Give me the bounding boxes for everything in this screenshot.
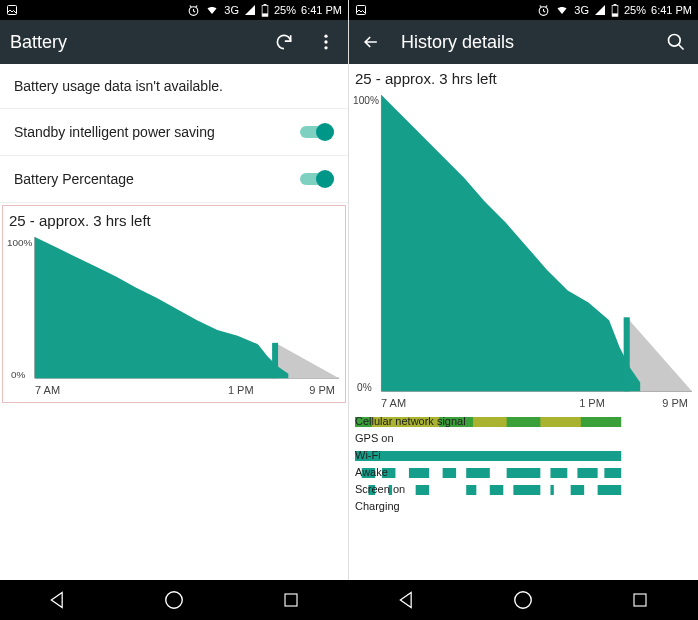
toggle-percentage[interactable] [300, 170, 334, 188]
strip-gps: GPS on [355, 432, 692, 448]
svg-rect-13 [357, 6, 366, 15]
wifi-icon [205, 4, 219, 16]
battery-icon [261, 4, 269, 17]
battery-chart[interactable]: 25 - approx. 3 hrs left 100% 0% 7 AM 1 P… [2, 205, 346, 403]
status-bar: 3G 25% 6:41 PM [349, 0, 698, 20]
svg-rect-48 [285, 594, 297, 606]
strip-label: Awake [355, 466, 388, 478]
toggle-standby[interactable] [300, 123, 334, 141]
svg-text:0%: 0% [357, 382, 372, 393]
row-label: Battery Percentage [14, 171, 300, 187]
svg-rect-31 [409, 468, 429, 478]
svg-point-18 [669, 35, 681, 47]
app-bar: History details [349, 20, 698, 64]
svg-rect-16 [614, 4, 617, 5]
clock: 6:41 PM [651, 4, 692, 16]
content: Battery usage data isn't available. Stan… [0, 64, 348, 580]
back-button[interactable] [359, 30, 383, 54]
overflow-menu-button[interactable] [314, 30, 338, 54]
nav-recents-button[interactable] [276, 585, 306, 615]
image-icon [6, 4, 18, 16]
strip-label: GPS on [355, 432, 394, 444]
screen-battery: 3G 25% 6:41 PM Battery Battery usage dat… [0, 0, 349, 580]
x-axis-ticks: 7 AM 1 PM 9 PM [351, 395, 696, 413]
content: 25 - approx. 3 hrs left 100% 0% 7 AM 1 P… [349, 64, 698, 580]
x-axis-ticks: 7 AM 1 PM 9 PM [5, 382, 343, 400]
svg-text:100%: 100% [7, 237, 33, 248]
strip-awake: Awake [355, 466, 692, 482]
strip-label: Cellular network signal [355, 415, 466, 427]
page-title: Battery [10, 32, 254, 53]
svg-rect-3 [264, 4, 267, 5]
svg-point-5 [324, 35, 327, 38]
svg-rect-27 [540, 417, 580, 427]
x-tick: 1 PM [522, 397, 663, 409]
svg-point-6 [324, 40, 327, 43]
screen-history-details: 3G 25% 6:41 PM History details 25 - appr… [349, 0, 698, 580]
x-tick: 1 PM [172, 384, 309, 396]
svg-rect-35 [550, 468, 567, 478]
nav-recents-button[interactable] [625, 585, 655, 615]
alarm-icon [537, 4, 550, 17]
nav-bar [0, 580, 349, 620]
svg-rect-33 [466, 468, 490, 478]
svg-rect-45 [571, 485, 584, 495]
image-icon [355, 4, 367, 16]
svg-rect-44 [550, 485, 553, 495]
x-tick: 9 PM [662, 397, 688, 409]
refresh-button[interactable] [272, 30, 296, 54]
nav-back-button[interactable] [43, 585, 73, 615]
svg-rect-23 [624, 317, 630, 391]
signal-icon [594, 4, 606, 16]
svg-point-7 [324, 46, 327, 49]
svg-text:0%: 0% [11, 369, 26, 380]
svg-rect-41 [466, 485, 476, 495]
svg-rect-46 [598, 485, 622, 495]
clock: 6:41 PM [301, 4, 342, 16]
row-label: Battery usage data isn't available. [14, 78, 334, 94]
battery-icon [611, 4, 619, 17]
status-bar: 3G 25% 6:41 PM [0, 0, 348, 20]
svg-rect-4 [262, 13, 268, 16]
svg-rect-32 [443, 468, 456, 478]
app-bar: Battery [0, 20, 348, 64]
strip-label: Charging [355, 500, 400, 512]
alarm-icon [187, 4, 200, 17]
svg-rect-50 [634, 594, 646, 606]
nav-back-button[interactable] [392, 585, 422, 615]
signal-icon [244, 4, 256, 16]
svg-rect-26 [473, 417, 507, 427]
svg-text:100%: 100% [353, 95, 379, 106]
svg-rect-0 [8, 6, 17, 15]
strip-label: Wi-Fi [355, 449, 381, 461]
strip-screen-on: Screen on [355, 483, 692, 499]
battery-chart-large[interactable]: 25 - approx. 3 hrs left 100% 0% 7 AM 1 P… [349, 64, 698, 413]
x-tick: 9 PM [309, 384, 335, 396]
svg-rect-17 [612, 13, 618, 16]
battery-pct: 25% [274, 4, 296, 16]
row-battery-percentage[interactable]: Battery Percentage [0, 156, 348, 203]
page-title: History details [401, 32, 646, 53]
row-label: Standby intelligent power saving [14, 124, 300, 140]
strip-label: Screen on [355, 483, 405, 495]
usage-strips: Cellular network signal GPS on Wi-Fi Awa… [349, 413, 698, 517]
nav-bar [349, 580, 698, 620]
network-label: 3G [574, 4, 589, 16]
nav-home-button[interactable] [159, 585, 189, 615]
svg-rect-42 [490, 485, 503, 495]
x-tick: 7 AM [35, 384, 172, 396]
svg-rect-40 [416, 485, 429, 495]
nav-home-button[interactable] [508, 585, 538, 615]
svg-rect-36 [577, 468, 597, 478]
battery-pct: 25% [624, 4, 646, 16]
chart-canvas: 100% 0% [351, 91, 696, 395]
x-tick: 7 AM [381, 397, 522, 409]
strip-wifi: Wi-Fi [355, 449, 692, 465]
search-button[interactable] [664, 30, 688, 54]
svg-rect-12 [272, 343, 278, 378]
strip-charging: Charging [355, 500, 692, 516]
wifi-icon [555, 4, 569, 16]
chart-title: 25 - approx. 3 hrs left [351, 70, 696, 91]
row-standby-power-saving[interactable]: Standby intelligent power saving [0, 109, 348, 156]
svg-rect-37 [604, 468, 621, 478]
